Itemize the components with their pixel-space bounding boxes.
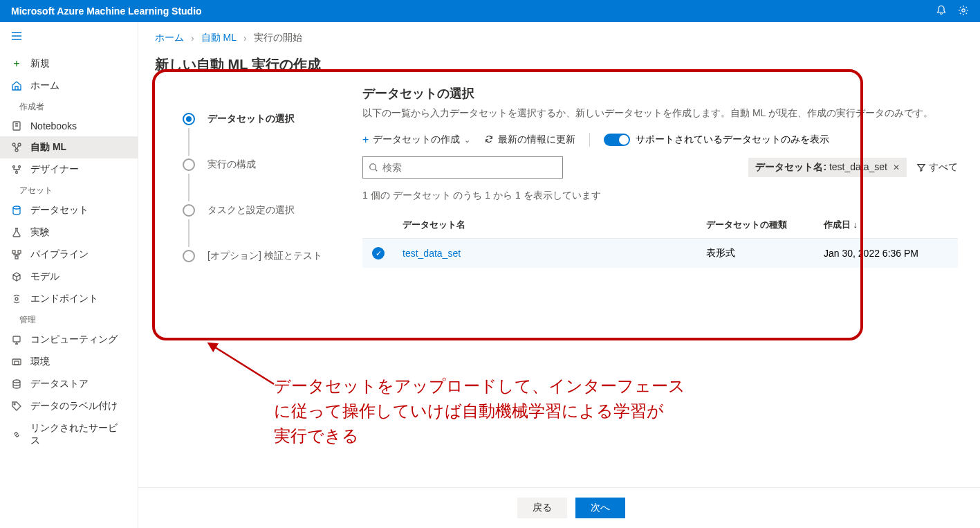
svg-rect-9 — [12, 251, 15, 253]
nav-new-label: 新規 — [30, 57, 50, 70]
filter-icon — [916, 163, 926, 172]
nav-designer[interactable]: デザイナー — [0, 158, 138, 181]
result-count: 1 個の データセット のうち 1 から 1 を表示しています — [362, 190, 958, 202]
svg-point-17 — [14, 403, 15, 405]
svg-point-12 — [15, 298, 18, 300]
nav-experiments-label: 実験 — [30, 226, 50, 239]
col-type-header[interactable]: データセットの種類 — [706, 219, 824, 231]
plus-icon: + — [362, 134, 369, 146]
nav-linked[interactable]: リンクされたサービス — [0, 417, 138, 452]
svg-rect-11 — [15, 256, 18, 259]
step-label: [オプション] 検証とテスト — [207, 250, 322, 262]
chevron-right-icon: › — [243, 33, 247, 44]
selected-check-icon[interactable]: ✓ — [372, 247, 385, 260]
hamburger-icon[interactable] — [0, 22, 138, 53]
step-dot — [183, 204, 195, 217]
nav-environments[interactable]: 環境 — [0, 351, 138, 373]
row-name[interactable]: test_data_set — [403, 248, 706, 259]
toggle-label: サポートされているデータセットのみを表示 — [636, 134, 829, 146]
filter-chip[interactable]: データセット名: test_data_set ✕ — [748, 158, 907, 177]
divider — [589, 133, 590, 147]
breadcrumb-current: 実行の開始 — [254, 32, 302, 44]
nav-compute[interactable]: コンピューティング — [0, 329, 138, 351]
nav-labeling[interactable]: データのラベル付け — [0, 395, 138, 417]
dataset-icon — [11, 205, 22, 216]
row-created: Jan 30, 2022 6:36 PM — [824, 248, 948, 259]
nav-home[interactable]: ホーム — [0, 75, 138, 97]
nav-new[interactable]: + 新規 — [0, 53, 138, 75]
section-manage: 管理 — [0, 310, 138, 329]
svg-rect-10 — [18, 251, 21, 253]
col-created-header[interactable]: 作成日 ↓ — [824, 219, 948, 231]
breadcrumb-automl[interactable]: 自動 ML — [201, 32, 237, 44]
section-asset: アセット — [0, 181, 138, 199]
datastore-icon — [11, 379, 22, 390]
nav-pipelines[interactable]: パイプライン — [0, 244, 138, 266]
wizard-stepper: データセットの選択 実行の構成 タスクと設定の選択 [オプション] 検証とテスト — [155, 85, 362, 487]
dataset-table: データセット名 データセットの種類 作成日 ↓ ✓ test_data_set … — [362, 212, 958, 268]
back-button[interactable]: 戻る — [517, 498, 567, 518]
section-author: 作成者 — [0, 97, 138, 116]
supported-only-toggle[interactable] — [604, 134, 630, 146]
sidebar: + 新規 ホーム 作成者 Notebooks 自動 ML デザイナー アセット … — [0, 22, 138, 528]
refresh-icon — [484, 134, 494, 146]
filter-all-label: すべて — [929, 161, 958, 174]
create-dataset-button[interactable]: + データセットの作成 ⌄ — [362, 134, 470, 146]
search-icon — [369, 163, 378, 172]
filter-all-button[interactable]: すべて — [916, 161, 958, 174]
search-field[interactable] — [382, 162, 557, 173]
nav-datasets[interactable]: データセット — [0, 199, 138, 221]
step-label: データセットの選択 — [207, 113, 295, 125]
refresh-label: 最新の情報に更新 — [498, 134, 575, 146]
step-validate[interactable]: [オプション] 検証とテスト — [183, 250, 349, 262]
flask-icon — [11, 227, 22, 238]
nav-models[interactable]: モデル — [0, 266, 138, 288]
nav-compute-label: コンピューティング — [30, 334, 118, 346]
step-task[interactable]: タスクと設定の選択 — [183, 204, 349, 250]
step-dot — [183, 158, 195, 171]
svg-point-6 — [19, 166, 21, 168]
nav-models-label: モデル — [30, 271, 59, 283]
svg-point-5 — [13, 166, 15, 168]
chevron-down-icon: ⌄ — [464, 136, 470, 145]
step-dot — [183, 113, 195, 125]
step-configure[interactable]: 実行の構成 — [183, 158, 349, 204]
nav-linked-label: リンクされたサービス — [30, 422, 127, 447]
link-icon — [11, 429, 22, 440]
content-area: ホーム › 自動 ML › 実行の開始 新しい自動 ML 実行の作成 データセッ… — [138, 22, 980, 528]
next-button[interactable]: 次へ — [575, 498, 625, 518]
env-icon — [11, 356, 22, 367]
nav-automl[interactable]: 自動 ML — [0, 136, 138, 158]
home-icon — [11, 80, 22, 91]
table-row[interactable]: ✓ test_data_set 表形式 Jan 30, 2022 6:36 PM — [362, 239, 958, 268]
wizard-footer: 戻る 次へ — [138, 487, 980, 528]
nav-experiments[interactable]: 実験 — [0, 221, 138, 244]
search-input[interactable] — [362, 156, 563, 179]
nav-datastores[interactable]: データストア — [0, 373, 138, 395]
svg-point-0 — [962, 8, 965, 11]
compute-icon — [11, 334, 22, 345]
gear-icon[interactable] — [958, 5, 969, 18]
pipeline-icon — [11, 249, 22, 260]
nav-automl-label: 自動 ML — [30, 141, 66, 154]
breadcrumb-home[interactable]: ホーム — [155, 32, 184, 44]
step-dot — [183, 250, 195, 262]
breadcrumb: ホーム › 自動 ML › 実行の開始 — [138, 22, 980, 54]
refresh-button[interactable]: 最新の情報に更新 — [484, 134, 575, 146]
col-name-header[interactable]: データセット名 — [403, 219, 706, 231]
nav-notebooks[interactable]: Notebooks — [0, 116, 138, 136]
notebook-icon — [11, 120, 22, 131]
step-label: 実行の構成 — [207, 158, 256, 171]
page-title: 新しい自動 ML 実行の作成 — [138, 54, 980, 85]
create-dataset-label: データセットの作成 — [373, 134, 460, 146]
svg-rect-15 — [15, 361, 19, 365]
nav-notebooks-label: Notebooks — [30, 120, 77, 131]
row-type: 表形式 — [706, 247, 824, 260]
step-dataset[interactable]: データセットの選択 — [183, 113, 349, 158]
nav-endpoints[interactable]: エンドポイント — [0, 288, 138, 310]
nav-labeling-label: データのラベル付け — [30, 400, 118, 412]
close-icon[interactable]: ✕ — [893, 163, 900, 172]
plus-icon: + — [11, 58, 22, 69]
automl-icon — [11, 142, 22, 153]
notification-icon[interactable] — [936, 5, 947, 18]
